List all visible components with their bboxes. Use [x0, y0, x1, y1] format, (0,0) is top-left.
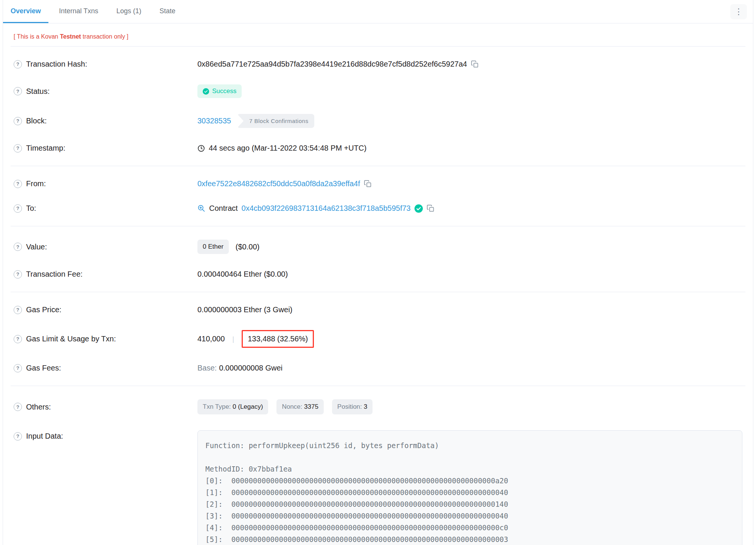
help-icon[interactable]: ?	[14, 144, 22, 153]
help-icon[interactable]: ?	[14, 306, 22, 314]
others-label: Others:	[26, 403, 51, 411]
help-icon[interactable]: ?	[14, 87, 22, 95]
input-data-text: Function: performUpkeep(uint256 id, byte…	[205, 440, 734, 545]
copy-hash-button[interactable]	[471, 60, 479, 68]
nonce-value: 3375	[304, 403, 318, 410]
transaction-fee-row: ? Transaction Fee: 0.000400464 Ether ($0…	[11, 262, 745, 287]
copy-icon	[364, 180, 372, 188]
testnet-warning: [ This is a Kovan Testnet transaction on…	[11, 23, 745, 47]
check-circle-icon	[203, 88, 209, 95]
help-icon[interactable]: ?	[14, 432, 22, 441]
transaction-card: Overview Internal Txns Logs (1) State ⋮ …	[3, 0, 753, 545]
tab-bar: Overview Internal Txns Logs (1) State ⋮	[3, 0, 753, 23]
transaction-fee-label: Transaction Fee:	[26, 270, 82, 279]
gas-usage-highlight-box: 133,488 (32.56%)	[242, 330, 314, 348]
gas-fees-row: ? Gas Fees: Base: 0.000000008 Gwei	[11, 356, 745, 380]
help-icon[interactable]: ?	[14, 403, 22, 411]
copy-to-button[interactable]	[427, 204, 435, 212]
warning-bold: Testnet	[60, 33, 81, 40]
gas-limit-usage-label: Gas Limit & Usage by Txn:	[26, 335, 116, 343]
base-fee-value: 0.000000008 Gwei	[219, 364, 283, 372]
section-overview-top: ? Transaction Hash: 0x86ed5a771e725aa94d…	[11, 47, 745, 166]
from-label: From:	[26, 179, 46, 188]
transaction-hash-row: ? Transaction Hash: 0x86ed5a771e725aa94d…	[11, 52, 745, 76]
gas-limit-value: 410,000	[197, 335, 225, 343]
status-badge: Success	[197, 84, 242, 98]
block-row: ? Block: 30328535 7 Block Confirmations	[11, 106, 745, 136]
status-value: Success	[212, 87, 236, 95]
status-row: ? Status: Success	[11, 76, 745, 106]
section-others: ? Others: Txn Type: 0 (Legacy) Nonce: 33…	[11, 386, 745, 545]
to-address-link[interactable]: 0x4cb093f226983713164a62138c3f718a5b595f…	[242, 204, 411, 213]
to-row: ? To: Contract 0x4cb093f226983713164a621…	[11, 196, 745, 221]
value-usd: ($0.00)	[236, 243, 259, 251]
gas-price-row: ? Gas Price: 0.000000003 Ether (3 Gwei)	[11, 297, 745, 322]
block-confirmations-badge: 7 Block Confirmations	[237, 114, 314, 128]
section-addresses: ? From: 0xfee7522e8482682cf50ddc50a0f8da…	[11, 166, 745, 226]
copy-icon	[427, 204, 435, 212]
tab-internal-txns[interactable]: Internal Txns	[51, 0, 106, 23]
value-row: ? Value: 0 Ether ($0.00)	[11, 232, 745, 262]
warning-prefix: [ This is a Kovan	[14, 33, 60, 40]
input-data-label: Input Data:	[26, 432, 63, 441]
help-icon[interactable]: ?	[14, 180, 22, 188]
gas-usage-value: 133,488 (32.56%)	[248, 335, 308, 343]
more-options-button[interactable]: ⋮	[730, 4, 747, 19]
position-key: Position:	[337, 403, 362, 410]
copy-from-button[interactable]	[364, 180, 372, 188]
nonce-badge: Nonce: 3375	[276, 399, 323, 414]
clock-icon	[197, 145, 205, 152]
gas-price-value: 0.000000003 Ether (3 Gwei)	[197, 305, 292, 314]
position-value: 3	[364, 403, 367, 410]
search-plus-icon[interactable]	[197, 204, 205, 212]
tab-state[interactable]: State	[152, 0, 183, 23]
separator: |	[232, 335, 234, 343]
gas-limit-usage-row: ? Gas Limit & Usage by Txn: 410,000 | 13…	[11, 322, 745, 356]
txn-type-value: 0 (Legacy)	[233, 403, 263, 410]
copy-icon	[471, 60, 479, 68]
input-data-row: ? Input Data: Function: performUpkeep(ui…	[11, 422, 745, 545]
others-row: ? Others: Txn Type: 0 (Legacy) Nonce: 33…	[11, 391, 745, 422]
value-label: Value:	[26, 243, 47, 251]
base-fee-label: Base:	[197, 364, 217, 372]
transaction-hash-value: 0x86ed5a771e725aa94d5b7fa2398e4419e216d8…	[197, 60, 467, 69]
gas-price-label: Gas Price:	[26, 305, 61, 314]
kebab-icon: ⋮	[734, 8, 743, 16]
help-icon[interactable]: ?	[14, 204, 22, 213]
help-icon[interactable]: ?	[14, 335, 22, 343]
block-label: Block:	[26, 117, 47, 125]
timestamp-row: ? Timestamp: 44 secs ago (Mar-11-2022 03…	[11, 136, 745, 160]
timestamp-label: Timestamp:	[26, 144, 65, 153]
help-icon[interactable]: ?	[14, 243, 22, 251]
transaction-fee-value: 0.000400464 Ether ($0.00)	[197, 270, 288, 279]
from-address-link[interactable]: 0xfee7522e8482682cf50ddc50a0f8da2a39effa…	[197, 179, 360, 188]
timestamp-value: 44 secs ago (Mar-11-2022 03:54:48 PM +UT…	[209, 144, 366, 153]
section-value: ? Value: 0 Ether ($0.00) ? Transaction F…	[11, 226, 745, 292]
status-label: Status:	[26, 87, 50, 96]
section-gas: ? Gas Price: 0.000000003 Ether (3 Gwei) …	[11, 292, 745, 386]
gas-fees-label: Gas Fees:	[26, 364, 61, 372]
verified-check-icon	[414, 204, 423, 213]
input-data-box[interactable]: Function: performUpkeep(uint256 id, byte…	[197, 430, 742, 545]
nonce-key: Nonce:	[282, 403, 302, 410]
value-badge: 0 Ether	[197, 240, 229, 254]
transaction-hash-label: Transaction Hash:	[26, 60, 87, 69]
contract-word: Contract	[209, 204, 238, 213]
help-icon[interactable]: ?	[14, 364, 22, 372]
help-icon[interactable]: ?	[14, 117, 22, 125]
position-badge: Position: 3	[332, 399, 373, 414]
txn-type-key: Txn Type:	[203, 403, 231, 410]
warning-suffix: transaction only ]	[81, 33, 128, 40]
tab-logs[interactable]: Logs (1)	[109, 0, 149, 23]
tab-overview[interactable]: Overview	[3, 0, 48, 23]
block-link[interactable]: 30328535	[197, 117, 231, 125]
txn-type-badge: Txn Type: 0 (Legacy)	[197, 399, 268, 414]
help-icon[interactable]: ?	[14, 60, 22, 69]
to-label: To:	[26, 204, 36, 213]
help-icon[interactable]: ?	[14, 270, 22, 279]
from-row: ? From: 0xfee7522e8482682cf50ddc50a0f8da…	[11, 171, 745, 196]
